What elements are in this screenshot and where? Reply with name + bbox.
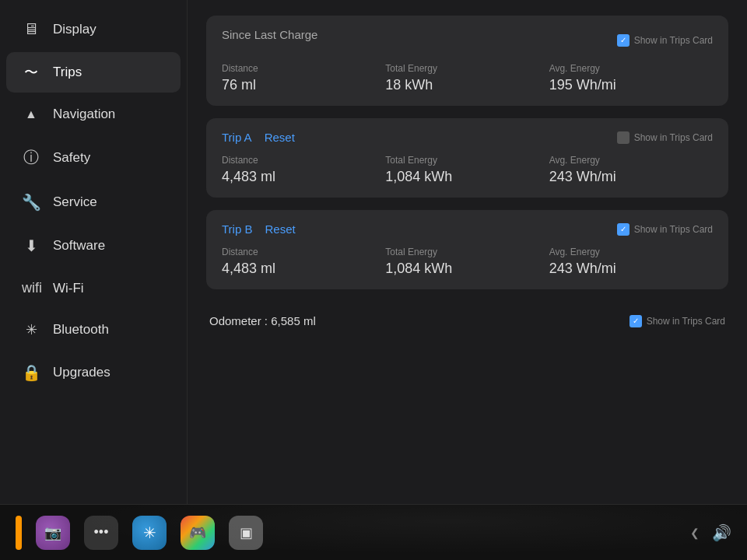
sidebar-label-safety: Safety (53, 150, 90, 166)
sidebar-label-navigation: Navigation (53, 107, 115, 122)
taskbar: 📷 ••• ✳ 🎮 ▣ ❮ 🔊 (0, 504, 747, 560)
trip-a-show-in-trips[interactable]: Show in Trips Card (617, 131, 713, 144)
sidebar-label-display: Display (53, 22, 96, 37)
since-distance-value: 76 ml (222, 77, 385, 93)
trip-a-header: Trip A Reset Show in Trips Card (222, 131, 713, 144)
taskbar-bluetooth-icon[interactable]: ✳ (132, 516, 167, 550)
volume-icon[interactable]: 🔊 (712, 523, 731, 542)
sidebar-item-display[interactable]: 🖥 Display (6, 9, 181, 49)
trip-b-distance: Distance 4,483 ml (222, 247, 385, 277)
sidebar-item-bluetooth[interactable]: ✳ Bluetooth (6, 310, 181, 349)
trip-b-show-in-trips[interactable]: ✓ Show in Trips Card (617, 223, 713, 236)
sidebar-item-upgrades[interactable]: 🔒 Upgrades (6, 352, 181, 393)
content-area: Since Last Charge ✓ Show in Trips Card D… (187, 0, 747, 504)
taskbar-camera-icon[interactable]: 📷 (36, 516, 70, 550)
trip-b-show-label: Show in Trips Card (634, 224, 713, 235)
since-show-label: Show in Trips Card (634, 35, 713, 46)
software-icon: ⬇ (22, 236, 40, 255)
trip-b-avg-energy: Avg. Energy 243 Wh/mi (549, 247, 713, 277)
trip-a-energy-label: Total Energy (385, 155, 549, 166)
sidebar-label-upgrades: Upgrades (53, 365, 110, 380)
sidebar-label-software: Software (53, 238, 105, 254)
sidebar-item-software[interactable]: ⬇ Software (6, 226, 181, 266)
sidebar-label-service: Service (53, 194, 97, 210)
navigation-icon: ▲ (22, 107, 40, 121)
trip-a-avg-energy: Avg. Energy 243 Wh/mi (549, 155, 713, 185)
trip-b-reset[interactable]: Reset (265, 222, 295, 236)
since-avg-label: Avg. Energy (549, 63, 713, 74)
trip-a-distance-value: 4,483 ml (222, 169, 385, 185)
since-checkbox[interactable]: ✓ (617, 34, 630, 47)
trip-b-avg-value: 243 Wh/mi (549, 261, 713, 277)
safety-icon: ⓘ (22, 147, 40, 168)
since-energy-value: 18 kWh (385, 77, 549, 93)
trip-b-avg-label: Avg. Energy (549, 247, 713, 257)
odometer-show-in-trips[interactable]: ✓ Show in Trips Card (630, 315, 725, 327)
taskbar-right: ❮ 🔊 (690, 523, 731, 542)
trip-a-show-label: Show in Trips Card (634, 132, 713, 143)
since-stats-row: Distance 76 ml Total Energy 18 kWh Avg. … (222, 63, 713, 93)
trip-a-label: Trip A (222, 131, 252, 144)
trip-a-reset[interactable]: Reset (265, 131, 295, 144)
odometer-show-label: Show in Trips Card (647, 316, 725, 327)
taskbar-apps-icon[interactable]: 🎮 (181, 516, 215, 550)
since-energy-label: Total Energy (385, 63, 549, 74)
trip-b-checkbox[interactable]: ✓ (617, 223, 630, 236)
main-area: 🖥 Display 〜 Trips ▲ Navigation ⓘ Safety … (0, 0, 747, 504)
trip-a-checkbox[interactable] (617, 131, 630, 144)
since-distance: Distance 76 ml (222, 63, 385, 93)
taskbar-cards-icon[interactable]: ▣ (229, 516, 263, 550)
trip-a-distance-label: Distance (222, 155, 385, 166)
trip-b-distance-label: Distance (222, 247, 385, 257)
trip-a-card: Trip A Reset Show in Trips Card Distance… (206, 118, 728, 198)
trips-icon: 〜 (22, 63, 40, 82)
wifi-icon: wifi (22, 280, 40, 296)
since-show-in-trips[interactable]: ✓ Show in Trips Card (617, 34, 713, 47)
trip-a-stats-row: Distance 4,483 ml Total Energy 1,084 kWh… (222, 155, 713, 185)
since-avg-value: 195 Wh/mi (549, 77, 713, 93)
display-icon: 🖥 (22, 20, 40, 38)
trip-b-card: Trip B Reset ✓ Show in Trips Card Distan… (206, 210, 728, 289)
trip-b-energy-value: 1,084 kWh (385, 261, 549, 277)
screen: 🖥 Display 〜 Trips ▲ Navigation ⓘ Safety … (0, 0, 747, 560)
trip-a-energy: Total Energy 1,084 kWh (385, 155, 549, 185)
sidebar-item-wifi[interactable]: wifi Wi-Fi (6, 269, 181, 307)
sidebar-label-trips: Trips (53, 65, 82, 80)
odometer-checkbox[interactable]: ✓ (630, 315, 642, 327)
sidebar: 🖥 Display 〜 Trips ▲ Navigation ⓘ Safety … (0, 0, 187, 504)
since-energy: Total Energy 18 kWh (385, 63, 549, 93)
trip-a-avg-value: 243 Wh/mi (549, 169, 713, 185)
trip-b-stats-row: Distance 4,483 ml Total Energy 1,084 kWh… (222, 247, 713, 277)
sidebar-label-wifi: Wi-Fi (53, 281, 84, 296)
service-icon: 🔧 (22, 193, 40, 212)
trip-b-energy-label: Total Energy (385, 247, 549, 257)
since-last-charge-header: Since Last Charge ✓ Show in Trips Card (222, 28, 713, 52)
since-last-charge-card: Since Last Charge ✓ Show in Trips Card D… (206, 16, 728, 106)
sidebar-item-service[interactable]: 🔧 Service (6, 182, 181, 222)
sidebar-item-trips[interactable]: 〜 Trips (6, 52, 181, 93)
trip-a-avg-label: Avg. Energy (549, 155, 713, 166)
odometer-value: 6,585 ml (271, 314, 316, 327)
trip-b-label: Trip B (222, 222, 252, 236)
taskbar-dots-icon[interactable]: ••• (84, 516, 118, 550)
trip-b-header: Trip B Reset ✓ Show in Trips Card (222, 222, 713, 236)
sidebar-item-navigation[interactable]: ▲ Navigation (6, 96, 181, 133)
bluetooth-icon: ✳ (22, 321, 40, 338)
chevron-left-icon[interactable]: ❮ (690, 527, 700, 539)
since-distance-label: Distance (222, 63, 385, 74)
orange-indicator (16, 516, 22, 550)
trip-b-header-left: Trip B Reset (222, 222, 296, 236)
sidebar-item-safety[interactable]: ⓘ Safety (6, 136, 181, 179)
trip-b-distance-value: 4,483 ml (222, 261, 385, 277)
trip-a-distance: Distance 4,483 ml (222, 155, 385, 185)
sidebar-label-bluetooth: Bluetooth (53, 322, 109, 338)
trip-a-energy-value: 1,084 kWh (385, 169, 549, 185)
upgrades-icon: 🔒 (22, 363, 40, 382)
odometer-row: Odometer : 6,585 ml ✓ Show in Trips Card (206, 302, 728, 340)
odometer-label: Odometer : (209, 314, 268, 327)
since-last-charge-title: Since Last Charge (222, 28, 317, 41)
odometer-text: Odometer : 6,585 ml (209, 314, 316, 327)
trip-b-energy: Total Energy 1,084 kWh (385, 247, 549, 277)
trip-a-header-left: Trip A Reset (222, 131, 295, 144)
since-avg-energy: Avg. Energy 195 Wh/mi (549, 63, 713, 93)
